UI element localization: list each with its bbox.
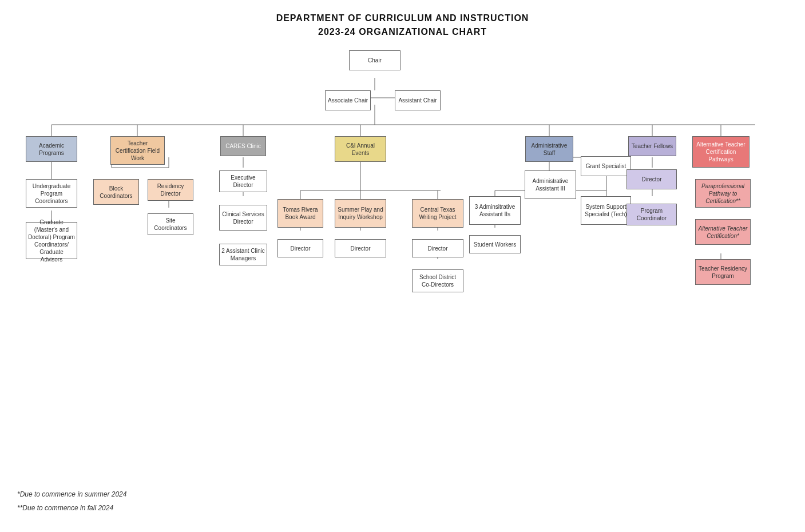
node-central-texas: Central Texas Writing Project (412, 199, 463, 228)
node-ci-annual-events: C&I Annual Events (335, 136, 386, 162)
footnote1: *Due to commence in summer 2024 (17, 487, 126, 501)
node-grad-prog: Graduate (Master's and Doctoral) Program… (26, 222, 77, 259)
node-director-tf: Director (626, 169, 677, 189)
node-grant-specialist: Grant Specialist (581, 156, 631, 176)
node-teacher-residency: Teacher Residency Program (695, 259, 751, 285)
node-system-support: System Support Specialist (Tech) (581, 196, 631, 225)
title-block: DEPARTMENT OF CURRICULUM AND INSTRUCTION… (6, 11, 799, 39)
node-chair: Chair (349, 50, 400, 70)
node-clinical-services: Clinical Services Director (219, 205, 267, 231)
node-program-coord: Program Coordinator (626, 204, 677, 225)
node-admin-asst2s: 3 Adminsitrative Assistant IIs (469, 196, 521, 225)
node-alt-cert: Alternative Teacher Certification* (695, 219, 751, 245)
title-line1: DEPARTMENT OF CURRICULUM AND INSTRUCTION… (6, 11, 799, 39)
node-admin-asst3: Administrative Assistant III (525, 170, 576, 199)
node-cares-clinic: CARES Clinic (220, 136, 266, 156)
footnote2: **Due to commence in fall 2024 (17, 501, 126, 515)
node-director-summer: Director (335, 239, 386, 257)
node-asst-clinic-mgrs: 2 Assistant Clinic Managers (219, 244, 267, 265)
node-undergrad-prog: Undergraduate Program Coordinators (26, 179, 77, 208)
node-teacher-cert: Teacher Certification Field Work (110, 136, 165, 165)
node-summer-play: Summer Play and Inquiry Workshop (335, 199, 386, 228)
org-chart: Chair Associate Chair Assistant Chair Ac… (6, 45, 799, 422)
node-director-central: Director (412, 239, 463, 257)
node-associate-chair: Associate Chair (325, 90, 371, 110)
node-alt-teacher-cert-pathways: Alternative Teacher Certification Pathwa… (692, 136, 750, 168)
footnotes: *Due to commence in summer 2024 **Due to… (17, 487, 126, 515)
node-residency-director: Residency Director (148, 179, 193, 201)
node-exec-director: Executive Director (219, 170, 267, 192)
page: DEPARTMENT OF CURRICULUM AND INSTRUCTION… (0, 0, 805, 532)
node-assistant-chair: Assistant Chair (395, 90, 441, 110)
node-director-tomas: Director (277, 239, 323, 257)
node-block-coordinators: Block Coordinators (93, 179, 139, 205)
node-academic-programs: Academic Programs (26, 136, 77, 162)
node-admin-staff: Administrative Staff (525, 136, 573, 162)
node-student-workers: Student Workers (469, 235, 521, 253)
node-school-district: School District Co-Directors (412, 269, 463, 292)
node-teacher-fellows: Teacher Fellows (628, 136, 676, 156)
node-paraprofessional: Paraprofessional Pathway to Certificatio… (695, 179, 751, 208)
node-tomas-rivera: Tomas Rivera Book Award (277, 199, 323, 228)
node-site-coordinators: Site Coordinators (148, 213, 193, 235)
